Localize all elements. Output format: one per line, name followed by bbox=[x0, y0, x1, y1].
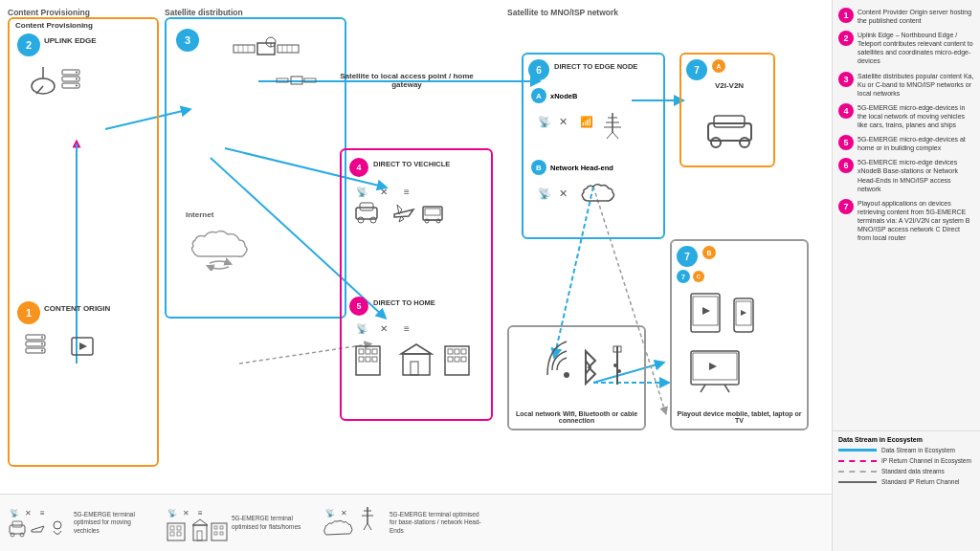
vehicle-icons: 📡 ✕ ≡ bbox=[351, 181, 480, 245]
svg-line-135 bbox=[364, 523, 368, 530]
svg-line-136 bbox=[368, 523, 371, 530]
svg-marker-65 bbox=[401, 344, 432, 354]
badge-7b: B bbox=[702, 246, 716, 259]
content-origin-label: CONTENT ORIGIN bbox=[44, 304, 110, 313]
badge-7-main: 7 bbox=[686, 59, 707, 80]
legend-text-4: 5G-EMERGE micro-edge-devices in the loca… bbox=[858, 103, 974, 129]
svg-point-113 bbox=[54, 521, 61, 529]
svg-rect-29 bbox=[257, 43, 275, 55]
satellite-local-title: Satellite to local access point / home g… bbox=[340, 72, 474, 89]
legend-num-4: 4 bbox=[838, 103, 854, 119]
svg-rect-51 bbox=[425, 209, 440, 215]
svg-rect-70 bbox=[455, 349, 459, 354]
svg-point-104 bbox=[613, 364, 617, 367]
legend-item-7: 7 Playout applications on devices retrie… bbox=[838, 199, 974, 242]
svg-text:✕: ✕ bbox=[559, 187, 568, 199]
badge-6b: B bbox=[531, 160, 546, 175]
svg-point-101 bbox=[564, 372, 569, 378]
svg-rect-69 bbox=[448, 349, 453, 354]
legend-item-5: 5 5G-EMERGE micro-edge-devices at home o… bbox=[838, 135, 974, 152]
svg-rect-126 bbox=[214, 526, 217, 529]
svg-rect-128 bbox=[214, 532, 217, 535]
svg-rect-68 bbox=[445, 346, 469, 375]
local-network-icons bbox=[523, 337, 638, 396]
bottom-label-homes: 5G-EMERGE terminal optimised for flats/h… bbox=[232, 515, 308, 531]
legend-num-5: 5 bbox=[838, 135, 854, 150]
local-network-box: Local network Wifi, Bluetooth or cable c… bbox=[507, 325, 646, 430]
svg-rect-34 bbox=[278, 45, 299, 53]
stream-dashed-pink: IP Return Channel in Ecosystem bbox=[838, 457, 974, 464]
bottom-group-vehicles: 📡 ✕ ≡ 5G-EMERGE terminal optimised for m… bbox=[8, 504, 150, 542]
svg-rect-74 bbox=[461, 357, 466, 362]
direct-home-label: DIRECT TO HOME bbox=[373, 298, 435, 307]
svg-text:📡: 📡 bbox=[538, 187, 551, 200]
badge-7c-container: 7 C bbox=[677, 270, 704, 283]
badge-4: 4 bbox=[349, 158, 368, 177]
svg-rect-58 bbox=[356, 346, 380, 375]
badge-6: 6 bbox=[528, 59, 549, 80]
badge-7c: 7 bbox=[677, 270, 690, 283]
svg-rect-118 bbox=[170, 526, 174, 530]
v2i-label: V2I-V2N bbox=[691, 81, 768, 90]
playout-box: 7 B 7 C bbox=[670, 239, 809, 430]
svg-text:✕: ✕ bbox=[380, 187, 388, 197]
svg-point-49 bbox=[370, 217, 376, 223]
svg-text:📡: 📡 bbox=[10, 508, 19, 518]
badge-1: 1 bbox=[17, 301, 40, 324]
svg-rect-63 bbox=[366, 357, 370, 362]
xnodeb-icons: 📡 ✕ 📶 bbox=[536, 108, 660, 143]
svg-point-88 bbox=[711, 138, 721, 147]
stream-legend: Data Stream in Ecosystem Data Stream in … bbox=[832, 430, 980, 494]
legend-item-4: 4 5G-EMERGE micro-edge-devices in the lo… bbox=[838, 103, 974, 129]
stream-legend-title: Data Stream in Ecosystem bbox=[838, 436, 974, 443]
legend-text-3: Satellite distributes popular content Ka… bbox=[858, 72, 974, 98]
legend-num-2: 2 bbox=[838, 31, 854, 46]
svg-line-14 bbox=[36, 86, 43, 94]
svg-line-82 bbox=[607, 132, 612, 139]
svg-rect-127 bbox=[220, 526, 223, 529]
svg-rect-30 bbox=[234, 45, 255, 53]
section-content-provisioning: Content Provisioning bbox=[8, 8, 90, 17]
svg-marker-98 bbox=[709, 363, 717, 370]
svg-text:📡: 📡 bbox=[325, 508, 335, 518]
headend-label: Network Head-end bbox=[550, 164, 613, 172]
legend-item-2: 2 Uplink Edge – Northbound Edge / Telepo… bbox=[838, 31, 974, 65]
main-container: Content Provisioning Content Provisionin… bbox=[0, 0, 980, 551]
stream-solid-gray: Standard IP Return Channel bbox=[838, 478, 974, 485]
stream-dashed-gray: Standard data streams bbox=[838, 468, 974, 474]
headend-icons: 📡 ✕ bbox=[536, 180, 660, 215]
legend-num-7: 7 bbox=[838, 199, 854, 214]
svg-point-89 bbox=[740, 138, 749, 147]
svg-point-18 bbox=[76, 72, 78, 74]
bottom-legend: 📡 ✕ ≡ 5G-EMERGE terminal optimised for m… bbox=[0, 494, 832, 551]
badge-7b-main: 7 bbox=[677, 246, 698, 267]
legend-num-3: 3 bbox=[838, 72, 854, 87]
svg-marker-122 bbox=[192, 519, 208, 525]
legend-item-1: 1 Content Provider Origin server hosting… bbox=[838, 8, 974, 25]
local-network-label: Local network Wifi, Bluetooth or cable c… bbox=[514, 410, 639, 424]
svg-line-99 bbox=[701, 385, 705, 392]
section-satellite-dist: Satellite distribution bbox=[165, 8, 243, 17]
stream-solid-blue: Data Stream in Ecosystem bbox=[838, 447, 974, 453]
svg-marker-28 bbox=[79, 342, 87, 350]
internet-label: Internet bbox=[186, 210, 262, 219]
legend-text-1: Content Provider Origin server hosting t… bbox=[858, 8, 974, 25]
legend-text-6: 5G-EMERCE micro-edge devices xNodeB Base… bbox=[858, 158, 974, 192]
svg-text:📡: 📡 bbox=[167, 508, 177, 518]
bottom-label-vehicles: 5G-EMERGE terminal optimised for moving … bbox=[74, 511, 150, 535]
v2i-box: 7 A V2I-V2N bbox=[679, 53, 775, 167]
svg-text:✕: ✕ bbox=[559, 116, 568, 127]
svg-line-100 bbox=[724, 385, 729, 392]
svg-rect-124 bbox=[197, 531, 202, 540]
uplink-label: UPLINK EDGE bbox=[44, 36, 97, 45]
edge-node-b: B Network Head-end 📡 ✕ bbox=[531, 160, 660, 215]
direct-edge-box: 6 DIRECT TO EDGE NODE A xNodeB 📡 ✕ 📶 bbox=[522, 53, 665, 239]
satellite-local-box: 4 DIRECT TO VECHICLE 📡 ✕ ≡ bbox=[340, 148, 493, 421]
badge-3: 3 bbox=[176, 29, 199, 52]
svg-rect-93 bbox=[734, 298, 753, 332]
svg-rect-121 bbox=[177, 532, 181, 536]
svg-text:📡: 📡 bbox=[356, 322, 368, 335]
svg-text:≡: ≡ bbox=[404, 323, 410, 334]
svg-text:≡: ≡ bbox=[404, 187, 410, 197]
svg-point-105 bbox=[617, 369, 621, 373]
